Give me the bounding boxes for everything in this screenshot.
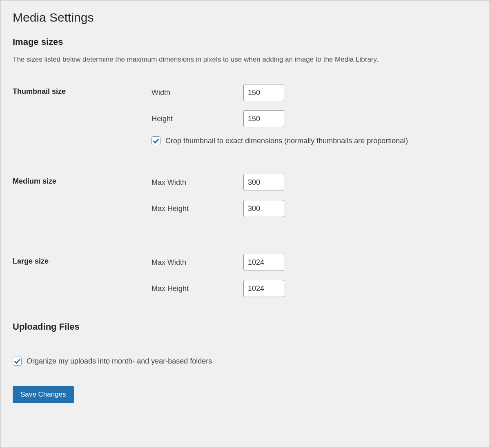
medium-max-height-label: Max Height (151, 204, 243, 213)
large-size-label: Large size (13, 250, 151, 301)
large-max-width-input[interactable] (243, 254, 284, 271)
thumbnail-width-label: Width (151, 89, 243, 97)
thumbnail-width-input[interactable] (243, 84, 284, 101)
thumbnail-crop-label: Crop thumbnail to exact dimensions (norm… (165, 137, 408, 145)
save-changes-button[interactable]: Save Changes (13, 386, 74, 403)
thumbnail-size-label: Thumbnail size (13, 80, 151, 149)
thumbnail-height-input[interactable] (243, 110, 284, 127)
organize-uploads-checkbox[interactable] (13, 357, 22, 366)
image-sizes-description: The sizes listed below determine the max… (13, 55, 477, 64)
medium-max-height-input[interactable] (243, 200, 284, 217)
thumbnail-height-label: Height (151, 115, 243, 123)
uploading-files-heading: Uploading Files (13, 322, 477, 332)
large-max-width-label: Max Width (151, 258, 243, 267)
organize-uploads-label: Organize my uploads into month- and year… (27, 357, 212, 366)
image-sizes-table: Thumbnail size Width Height Crop thumbna… (13, 80, 477, 301)
medium-max-width-label: Max Width (151, 178, 243, 187)
thumbnail-crop-checkbox[interactable] (151, 136, 160, 145)
medium-max-width-input[interactable] (243, 174, 284, 191)
image-sizes-heading: Image sizes (13, 37, 477, 47)
medium-size-label: Medium size (13, 170, 151, 221)
large-max-height-label: Max Height (151, 284, 243, 293)
page-title: Media Settings (13, 11, 477, 24)
large-max-height-input[interactable] (243, 280, 284, 297)
